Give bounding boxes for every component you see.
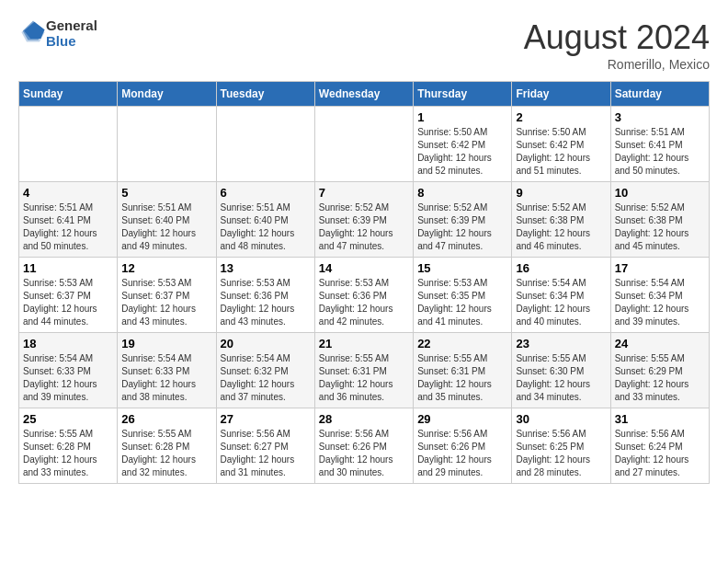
calendar-cell bbox=[118, 107, 216, 182]
logo-icon bbox=[20, 19, 46, 45]
day-number: 30 bbox=[516, 412, 606, 426]
month-year-title: August 2024 bbox=[524, 18, 710, 57]
day-number: 25 bbox=[23, 412, 113, 426]
day-info: Sunrise: 5:54 AM Sunset: 6:32 PM Dayligh… bbox=[221, 352, 311, 404]
day-number: 26 bbox=[121, 412, 211, 426]
logo: General Blue bbox=[18, 18, 97, 49]
calendar-header: SundayMondayTuesdayWednesdayThursdayFrid… bbox=[19, 82, 710, 107]
day-info: Sunrise: 5:52 AM Sunset: 6:38 PM Dayligh… bbox=[615, 201, 705, 253]
day-info: Sunrise: 5:56 AM Sunset: 6:26 PM Dayligh… bbox=[417, 428, 507, 479]
calendar-cell: 19Sunrise: 5:54 AM Sunset: 6:33 PM Dayli… bbox=[118, 333, 216, 408]
day-number: 21 bbox=[319, 337, 409, 350]
calendar-cell: 18Sunrise: 5:54 AM Sunset: 6:33 PM Dayli… bbox=[19, 333, 118, 408]
calendar-cell: 8Sunrise: 5:52 AM Sunset: 6:39 PM Daylig… bbox=[414, 182, 512, 258]
day-number: 17 bbox=[615, 261, 705, 275]
day-number: 5 bbox=[121, 186, 211, 200]
page-header: General Blue August 2024 Romerillo, Mexi… bbox=[18, 18, 710, 72]
day-info: Sunrise: 5:50 AM Sunset: 6:42 PM Dayligh… bbox=[417, 126, 507, 178]
calendar-dow-monday: Monday bbox=[118, 82, 216, 107]
day-info: Sunrise: 5:55 AM Sunset: 6:30 PM Dayligh… bbox=[516, 352, 606, 404]
logo-general-text: General bbox=[46, 18, 97, 34]
day-number: 8 bbox=[417, 186, 507, 200]
calendar-cell: 24Sunrise: 5:55 AM Sunset: 6:29 PM Dayli… bbox=[610, 333, 709, 408]
calendar-cell: 11Sunrise: 5:53 AM Sunset: 6:37 PM Dayli… bbox=[19, 258, 118, 333]
day-info: Sunrise: 5:52 AM Sunset: 6:39 PM Dayligh… bbox=[319, 201, 409, 253]
day-number: 31 bbox=[615, 412, 705, 426]
day-number: 3 bbox=[615, 110, 705, 124]
calendar-cell: 14Sunrise: 5:53 AM Sunset: 6:36 PM Dayli… bbox=[314, 258, 413, 333]
calendar-cell: 7Sunrise: 5:52 AM Sunset: 6:39 PM Daylig… bbox=[314, 182, 413, 258]
day-number: 29 bbox=[417, 412, 507, 426]
calendar-cell: 10Sunrise: 5:52 AM Sunset: 6:38 PM Dayli… bbox=[610, 182, 709, 258]
day-number: 16 bbox=[516, 261, 606, 275]
calendar-cell: 25Sunrise: 5:55 AM Sunset: 6:28 PM Dayli… bbox=[19, 408, 118, 484]
calendar-cell: 9Sunrise: 5:52 AM Sunset: 6:38 PM Daylig… bbox=[512, 182, 610, 258]
day-info: Sunrise: 5:51 AM Sunset: 6:41 PM Dayligh… bbox=[23, 201, 113, 253]
calendar-cell bbox=[19, 107, 118, 182]
day-info: Sunrise: 5:56 AM Sunset: 6:24 PM Dayligh… bbox=[615, 428, 705, 479]
calendar-cell: 20Sunrise: 5:54 AM Sunset: 6:32 PM Dayli… bbox=[216, 333, 314, 408]
calendar-dow-friday: Friday bbox=[512, 82, 610, 107]
calendar-cell: 28Sunrise: 5:56 AM Sunset: 6:26 PM Dayli… bbox=[314, 408, 413, 484]
calendar-cell: 4Sunrise: 5:51 AM Sunset: 6:41 PM Daylig… bbox=[19, 182, 118, 258]
day-number: 11 bbox=[23, 261, 113, 275]
day-info: Sunrise: 5:53 AM Sunset: 6:36 PM Dayligh… bbox=[221, 277, 311, 328]
day-number: 27 bbox=[221, 412, 311, 426]
day-info: Sunrise: 5:51 AM Sunset: 6:41 PM Dayligh… bbox=[615, 126, 705, 178]
day-number: 23 bbox=[516, 337, 606, 350]
calendar-cell bbox=[314, 107, 413, 182]
calendar-cell: 13Sunrise: 5:53 AM Sunset: 6:36 PM Dayli… bbox=[216, 258, 314, 333]
day-info: Sunrise: 5:53 AM Sunset: 6:37 PM Dayligh… bbox=[121, 277, 211, 328]
logo-blue-text: Blue bbox=[46, 34, 97, 50]
title-block: August 2024 Romerillo, Mexico bbox=[524, 18, 710, 72]
day-number: 13 bbox=[221, 261, 311, 275]
day-info: Sunrise: 5:56 AM Sunset: 6:26 PM Dayligh… bbox=[319, 428, 409, 479]
day-info: Sunrise: 5:56 AM Sunset: 6:25 PM Dayligh… bbox=[516, 428, 606, 479]
calendar-dow-sunday: Sunday bbox=[19, 82, 118, 107]
calendar-cell: 27Sunrise: 5:56 AM Sunset: 6:27 PM Dayli… bbox=[216, 408, 314, 484]
calendar-cell: 1Sunrise: 5:50 AM Sunset: 6:42 PM Daylig… bbox=[414, 107, 512, 182]
day-number: 14 bbox=[319, 261, 409, 275]
calendar-cell: 12Sunrise: 5:53 AM Sunset: 6:37 PM Dayli… bbox=[118, 258, 216, 333]
day-info: Sunrise: 5:54 AM Sunset: 6:34 PM Dayligh… bbox=[516, 277, 606, 328]
calendar-dow-thursday: Thursday bbox=[414, 82, 512, 107]
day-number: 20 bbox=[221, 337, 311, 350]
calendar-cell: 5Sunrise: 5:51 AM Sunset: 6:40 PM Daylig… bbox=[118, 182, 216, 258]
day-info: Sunrise: 5:55 AM Sunset: 6:31 PM Dayligh… bbox=[417, 352, 507, 404]
day-number: 18 bbox=[23, 337, 113, 350]
day-info: Sunrise: 5:55 AM Sunset: 6:31 PM Dayligh… bbox=[319, 352, 409, 404]
calendar-cell: 3Sunrise: 5:51 AM Sunset: 6:41 PM Daylig… bbox=[610, 107, 709, 182]
day-info: Sunrise: 5:54 AM Sunset: 6:34 PM Dayligh… bbox=[615, 277, 705, 328]
calendar-cell bbox=[216, 107, 314, 182]
calendar-cell: 31Sunrise: 5:56 AM Sunset: 6:24 PM Dayli… bbox=[610, 408, 709, 484]
day-number: 10 bbox=[615, 186, 705, 200]
day-number: 2 bbox=[516, 110, 606, 124]
day-number: 15 bbox=[417, 261, 507, 275]
calendar-dow-saturday: Saturday bbox=[610, 82, 709, 107]
day-info: Sunrise: 5:52 AM Sunset: 6:38 PM Dayligh… bbox=[516, 201, 606, 253]
day-info: Sunrise: 5:52 AM Sunset: 6:39 PM Dayligh… bbox=[417, 201, 507, 253]
day-number: 22 bbox=[417, 337, 507, 350]
calendar-cell: 17Sunrise: 5:54 AM Sunset: 6:34 PM Dayli… bbox=[610, 258, 709, 333]
day-info: Sunrise: 5:53 AM Sunset: 6:36 PM Dayligh… bbox=[319, 277, 409, 328]
calendar-cell: 6Sunrise: 5:51 AM Sunset: 6:40 PM Daylig… bbox=[216, 182, 314, 258]
day-number: 9 bbox=[516, 186, 606, 200]
day-number: 24 bbox=[615, 337, 705, 350]
day-number: 7 bbox=[319, 186, 409, 200]
calendar-cell: 2Sunrise: 5:50 AM Sunset: 6:42 PM Daylig… bbox=[512, 107, 610, 182]
calendar-dow-tuesday: Tuesday bbox=[216, 82, 314, 107]
day-info: Sunrise: 5:53 AM Sunset: 6:37 PM Dayligh… bbox=[23, 277, 113, 328]
day-number: 1 bbox=[417, 110, 507, 124]
calendar-cell: 21Sunrise: 5:55 AM Sunset: 6:31 PM Dayli… bbox=[314, 333, 413, 408]
day-info: Sunrise: 5:54 AM Sunset: 6:33 PM Dayligh… bbox=[23, 352, 113, 404]
calendar-cell: 22Sunrise: 5:55 AM Sunset: 6:31 PM Dayli… bbox=[414, 333, 512, 408]
day-number: 12 bbox=[121, 261, 211, 275]
day-info: Sunrise: 5:54 AM Sunset: 6:33 PM Dayligh… bbox=[121, 352, 211, 404]
day-number: 19 bbox=[121, 337, 211, 350]
day-info: Sunrise: 5:56 AM Sunset: 6:27 PM Dayligh… bbox=[221, 428, 311, 479]
calendar-dow-wednesday: Wednesday bbox=[314, 82, 413, 107]
calendar-cell: 15Sunrise: 5:53 AM Sunset: 6:35 PM Dayli… bbox=[414, 258, 512, 333]
day-info: Sunrise: 5:55 AM Sunset: 6:29 PM Dayligh… bbox=[615, 352, 705, 404]
calendar-cell: 29Sunrise: 5:56 AM Sunset: 6:26 PM Dayli… bbox=[414, 408, 512, 484]
location-subtitle: Romerillo, Mexico bbox=[524, 57, 710, 72]
